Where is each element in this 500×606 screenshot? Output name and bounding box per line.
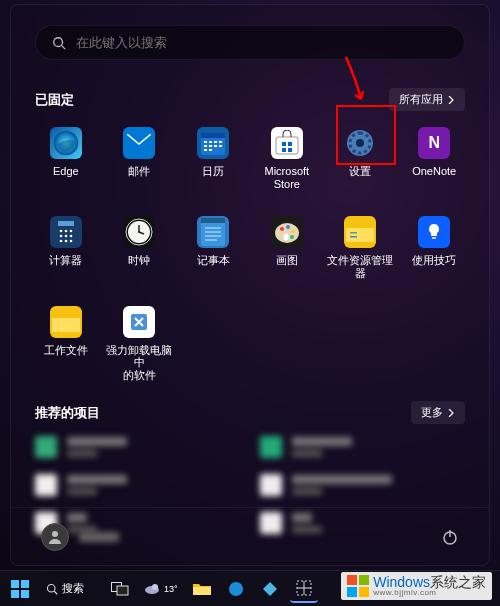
taskbar-task-view[interactable] (106, 575, 134, 603)
app-settings[interactable]: 设置 (324, 123, 398, 194)
svg-point-50 (283, 234, 288, 241)
search-box[interactable] (35, 25, 465, 60)
svg-point-30 (70, 235, 73, 238)
app-tips[interactable]: 使用技巧 (397, 212, 471, 283)
recommended-title: 推荐的项目 (35, 404, 100, 422)
svg-point-66 (48, 584, 56, 592)
recommended-item[interactable] (260, 474, 465, 496)
user-avatar-icon (41, 523, 69, 551)
app-label: 文件资源管理器 (326, 254, 396, 279)
start-menu: 已固定 所有应用 Edge 邮件 日历 (10, 4, 490, 566)
explorer-icon (193, 582, 211, 596)
app-label: 使用技巧 (412, 254, 456, 267)
app-label: Edge (53, 165, 79, 178)
onenote-icon: N (418, 127, 450, 159)
svg-rect-6 (204, 141, 207, 143)
power-button[interactable] (441, 528, 459, 546)
svg-point-38 (138, 231, 140, 233)
search-icon (46, 583, 58, 595)
taskbar-app-generic[interactable] (256, 575, 284, 603)
app-explorer[interactable]: 文件资源管理器 (324, 212, 398, 283)
app-calculator[interactable]: 计算器 (29, 212, 103, 283)
taskbar-app-edge[interactable] (222, 575, 250, 603)
app-edge[interactable]: Edge (29, 123, 103, 194)
app-calendar[interactable]: 日历 (176, 123, 250, 194)
app-label: Microsoft Store (252, 165, 322, 190)
svg-rect-63 (21, 580, 29, 588)
app-store[interactable]: Microsoft Store (250, 123, 324, 194)
search-input[interactable] (76, 35, 448, 50)
app-label: 强力卸载电脑中 的软件 (105, 344, 175, 382)
all-apps-button[interactable]: 所有应用 (389, 88, 465, 111)
svg-point-29 (65, 235, 68, 238)
svg-line-1 (62, 45, 66, 49)
watermark-url: www.bjjmlv.com (373, 589, 486, 597)
weather-icon (144, 582, 160, 596)
windows-icon (10, 579, 30, 599)
recommended-item[interactable] (35, 436, 240, 458)
svg-rect-18 (288, 142, 292, 146)
svg-rect-53 (350, 236, 357, 238)
app-label: 时钟 (128, 254, 150, 267)
notepad-icon (197, 216, 229, 248)
taskbar-app-explorer[interactable] (188, 575, 216, 603)
app-onenote[interactable]: N OneNote (397, 123, 471, 194)
svg-rect-5 (201, 133, 225, 138)
svg-point-33 (70, 240, 73, 243)
svg-point-28 (60, 235, 63, 238)
taskbar-app-snip[interactable] (290, 575, 318, 603)
svg-rect-14 (204, 149, 207, 151)
taskbar-weather[interactable]: 13° (140, 575, 182, 603)
app-work-files[interactable]: 工作文件 (29, 302, 103, 386)
pinned-header: 已固定 所有应用 (35, 88, 465, 111)
app-label: 日历 (202, 165, 224, 178)
weather-temp: 13° (164, 584, 178, 594)
taskbar-search[interactable]: 搜索 (40, 575, 100, 603)
svg-rect-79 (347, 587, 357, 597)
more-label: 更多 (421, 405, 443, 420)
svg-rect-15 (209, 149, 212, 151)
app-label: 画图 (276, 254, 298, 267)
svg-rect-77 (347, 575, 357, 585)
svg-rect-10 (204, 145, 207, 147)
svg-line-67 (54, 591, 57, 594)
svg-rect-69 (117, 586, 128, 595)
svg-point-26 (65, 230, 68, 233)
svg-rect-8 (214, 141, 217, 143)
app-label: OneNote (412, 165, 456, 178)
recommended-item[interactable] (35, 474, 240, 496)
svg-rect-9 (219, 141, 222, 143)
user-account-button[interactable] (41, 523, 119, 551)
svg-rect-72 (193, 587, 211, 595)
start-menu-footer (11, 507, 489, 565)
svg-rect-51 (346, 228, 374, 242)
task-view-icon (111, 582, 129, 596)
user-name (79, 532, 119, 542)
start-button[interactable] (6, 575, 34, 603)
tips-icon (418, 216, 450, 248)
app-paint[interactable]: 画图 (250, 212, 324, 283)
edge-icon (50, 127, 82, 159)
calculator-icon (50, 216, 82, 248)
svg-point-22 (356, 139, 364, 147)
app-label: 计算器 (49, 254, 82, 267)
svg-rect-56 (52, 318, 80, 332)
app-notepad[interactable]: 记事本 (176, 212, 250, 283)
svg-point-27 (70, 230, 73, 233)
svg-rect-16 (276, 137, 298, 154)
windows-logo-icon (347, 575, 369, 597)
svg-point-47 (286, 225, 290, 229)
app-clock[interactable]: 时钟 (103, 212, 177, 283)
svg-rect-65 (21, 590, 29, 598)
recommended-item[interactable] (260, 436, 465, 458)
svg-rect-11 (209, 145, 212, 147)
svg-point-73 (229, 582, 243, 596)
svg-rect-40 (201, 218, 225, 223)
app-uninstall[interactable]: 强力卸载电脑中 的软件 (103, 302, 177, 386)
more-button[interactable]: 更多 (411, 401, 465, 424)
svg-rect-19 (282, 148, 286, 152)
app-mail[interactable]: 邮件 (103, 123, 177, 194)
pinned-apps-grid: Edge 邮件 日历 Microsoft Store 设置 (29, 123, 471, 385)
all-apps-label: 所有应用 (399, 92, 443, 107)
calendar-icon (197, 127, 229, 159)
